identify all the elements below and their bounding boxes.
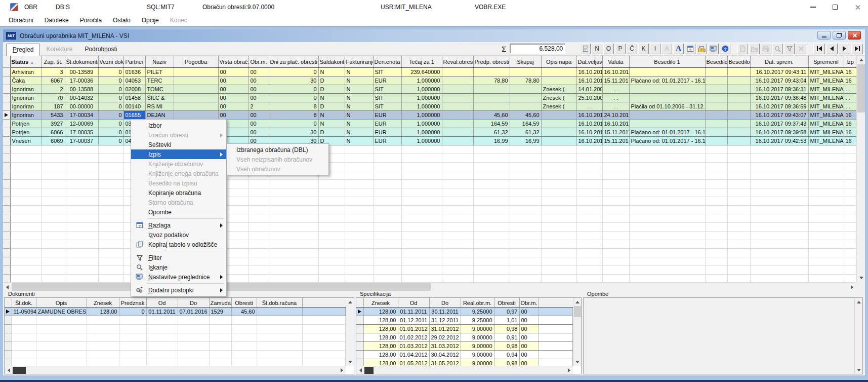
dokumenti-horizontal-scrollbar[interactable] — [5, 366, 346, 374]
table-row[interactable]: Čaka606717-00036004053TERC000030DNEUR1,0… — [3, 77, 856, 85]
explain-button[interactable]: ? — [685, 44, 695, 54]
column-header[interactable]: Valuta — [602, 56, 629, 68]
context-menu-item[interactable]: *Dodatni postopki — [131, 285, 226, 295]
scroll-down-icon[interactable] — [857, 274, 865, 282]
letter-o-button[interactable]: O — [603, 44, 614, 54]
context-menu-item[interactable]: Filter — [131, 253, 226, 262]
column-header[interactable]: Vrsta obrač. — [218, 56, 249, 68]
context-menu-item[interactable]: Kopiraj tabelo v odložišče — [131, 240, 226, 249]
scroll-left-icon[interactable] — [356, 366, 364, 374]
font-button[interactable]: A — [673, 44, 684, 54]
column-header[interactable]: Skupaj — [510, 56, 541, 68]
submenu-item[interactable]: Vseh neizpisanih obračunov — [227, 155, 328, 164]
print-button[interactable] — [761, 44, 771, 54]
dokumenti-vertical-scrollbar[interactable] — [346, 298, 354, 366]
close-icon[interactable] — [854, 4, 861, 11]
scroll-thumb[interactable] — [13, 367, 26, 374]
column-header[interactable]: Tečaj za 1 — [401, 56, 442, 68]
scroll-left-icon[interactable] — [3, 283, 12, 291]
table-row[interactable]: 128,0001.01.201231.01.20129,000000,9800 — [356, 325, 573, 333]
column-header[interactable]: Od — [398, 298, 429, 308]
column-header[interactable]: Saldakonti — [318, 56, 345, 68]
minimize-icon[interactable] — [809, 4, 816, 11]
scroll-left-icon[interactable] — [5, 366, 13, 374]
prev-record-button[interactable] — [826, 44, 838, 54]
mdi-minimize-icon[interactable] — [817, 31, 831, 40]
monitor-button[interactable] — [708, 44, 719, 54]
next-record-button[interactable] — [839, 44, 850, 54]
scroll-down-icon[interactable] — [346, 358, 354, 366]
table-row[interactable]: Ignoriran543317-00034001655DEJAN00008NNE… — [3, 111, 856, 120]
context-menu-item[interactable]: Kopiranje obračuna — [131, 188, 226, 198]
context-menu-item[interactable]: ?Razlaga — [131, 220, 226, 230]
column-header[interactable]: Fakturiranje — [345, 56, 373, 68]
scroll-down-icon[interactable] — [573, 358, 582, 366]
column-header[interactable]: Od — [146, 298, 178, 308]
row-selector[interactable] — [5, 308, 12, 316]
column-header[interactable]: Predp. obresti — [473, 56, 510, 68]
column-header[interactable]: Obr.m. — [519, 298, 539, 308]
column-header[interactable]: Obr.m. — [249, 56, 269, 68]
letter-i-button[interactable]: I — [650, 44, 660, 54]
row-selector[interactable] — [3, 77, 10, 85]
table-row[interactable]: 128,0001.02.201229.02.20129,000000,9100 — [356, 333, 573, 342]
column-header[interactable]: Zap. št. — [42, 56, 65, 68]
opombe-vertical-scrollbar[interactable] — [854, 298, 862, 374]
table-row[interactable]: 128,0001.12.201131.12.20119,250001,0100 — [356, 316, 573, 325]
letter-n-button[interactable]: N — [592, 44, 602, 54]
context-menu-item[interactable]: Knjiženje enega obračuna — [131, 169, 226, 178]
scroll-right-icon[interactable] — [338, 366, 346, 374]
column-header[interactable]: Partner — [123, 56, 145, 68]
context-menu-item[interactable]: Knjiženje obračunov — [131, 159, 226, 169]
scroll-up-icon[interactable] — [346, 298, 354, 306]
delete-button[interactable] — [796, 44, 806, 54]
column-header[interactable]: Znesek — [87, 298, 119, 308]
table-row[interactable]: Ignoriran18700-00000000140RS MI0028DNSIT… — [3, 102, 856, 111]
column-header[interactable]: Naziv — [145, 56, 174, 68]
table-row[interactable]: Ignoriran7000-14032001458ŠILC &00000NNSI… — [3, 94, 856, 102]
search-button[interactable] — [772, 44, 783, 54]
column-header[interactable]: Izp — [844, 56, 856, 68]
mdi-restore-icon[interactable] — [833, 31, 846, 40]
column-header[interactable]: Št.dob.računa — [257, 298, 302, 308]
context-menu-item[interactable]: Seštevki — [131, 140, 226, 149]
column-header[interactable]: Do — [178, 298, 209, 308]
submenu-item[interactable]: Izbranega obračuna (DBL) — [227, 145, 328, 155]
filter-button[interactable] — [784, 44, 795, 54]
column-header[interactable]: Zamuda — [209, 298, 231, 308]
context-menu-item[interactable]: Izračun obresti — [131, 130, 226, 140]
column-header[interactable]: Besedilo 3 — [727, 56, 750, 68]
letter-a-button[interactable]: A — [662, 44, 672, 54]
scroll-up-icon[interactable] — [857, 56, 865, 64]
row-selector[interactable] — [356, 342, 363, 351]
column-header[interactable]: Št.dokumenta — [65, 56, 98, 68]
row-selector[interactable] — [3, 68, 10, 77]
tab-podrobnosti[interactable]: Podrobnosti — [78, 44, 123, 56]
row-selector[interactable] — [356, 308, 363, 316]
specifikacija-horizontal-scrollbar[interactable] — [356, 366, 573, 374]
maximize-icon[interactable] — [832, 4, 839, 11]
menubar-item[interactable]: Opcije — [136, 15, 164, 25]
context-menu-item[interactable]: Izbor — [131, 121, 226, 130]
column-header[interactable]: Spremenil — [808, 56, 844, 68]
column-header[interactable]: Den.enota — [373, 56, 401, 68]
specifikacija-vertical-scrollbar[interactable] — [573, 298, 581, 366]
table-row[interactable]: 128,0001.03.201231.03.20129,000000,9800 — [356, 342, 573, 351]
scroll-up-icon[interactable] — [573, 298, 582, 306]
scroll-right-icon[interactable] — [848, 283, 856, 291]
row-selector[interactable] — [356, 359, 363, 366]
column-header[interactable]: Obresti — [494, 298, 519, 308]
row-selector[interactable] — [3, 85, 10, 94]
table-row[interactable]: 128,0001.05.201231.05.20129,000000,9800 — [356, 359, 573, 366]
column-header[interactable]: Vezni dok. — [98, 56, 123, 68]
tab-korekture[interactable]: Korekture — [40, 44, 78, 56]
table-row[interactable]: Ignoriran200-13588002008TOMC00000DNSIT1,… — [3, 85, 856, 94]
scroll-thumb[interactable] — [574, 306, 581, 317]
context-menu-item[interactable]: Storno obračuna — [131, 198, 226, 207]
opombe-textarea[interactable] — [584, 298, 854, 374]
last-record-button[interactable] — [851, 44, 863, 54]
first-record-button[interactable] — [813, 44, 825, 54]
scroll-thumb[interactable] — [364, 367, 374, 374]
column-header[interactable]: Opis napa — [541, 56, 576, 68]
column-header[interactable]: Pogodba — [174, 56, 218, 68]
